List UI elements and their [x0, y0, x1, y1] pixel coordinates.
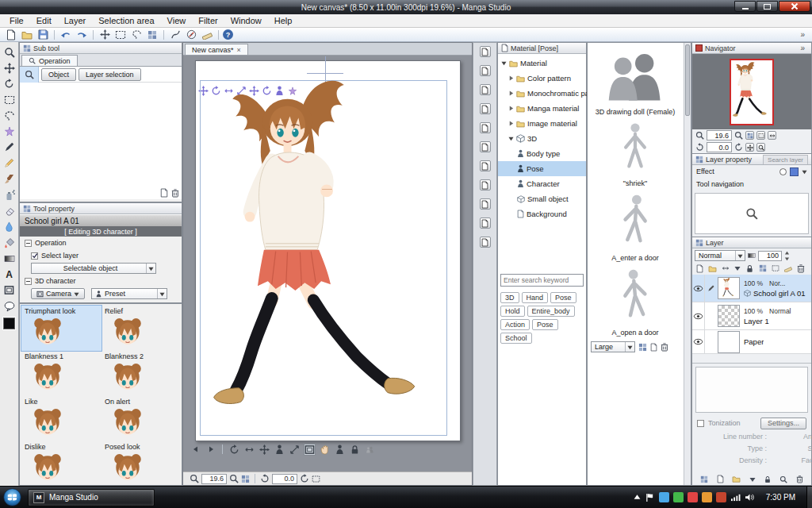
deselect-icon[interactable] [129, 29, 144, 40]
sub-tool-selected-item[interactable] [20, 67, 39, 83]
lock-icon[interactable] [764, 475, 772, 483]
rotate-tool-icon[interactable] [2, 76, 17, 91]
docked-palette-icon[interactable] [480, 122, 491, 133]
nav-actual-size-button[interactable] [756, 131, 765, 140]
layer-selection-button[interactable]: Layer selection [79, 68, 141, 81]
hand-tool-icon[interactable] [319, 444, 331, 456]
opacity-down-icon[interactable] [784, 256, 790, 261]
maximize-button[interactable] [756, 1, 778, 12]
panel-overflow-chevron[interactable]: » [800, 44, 808, 52]
frame-border-tool-icon[interactable] [2, 283, 17, 298]
thumbnail-view-icon[interactable] [638, 343, 647, 352]
lock-pose-icon[interactable] [349, 444, 361, 456]
tag-school[interactable]: School [500, 333, 532, 344]
lock-layer-icon[interactable] [745, 264, 754, 273]
foreground-color-swatch[interactable] [3, 318, 15, 329]
new-folder-icon[interactable] [732, 475, 741, 483]
menu-view[interactable]: View [161, 16, 193, 25]
open-file-icon[interactable] [20, 29, 34, 40]
new-canvas-icon[interactable] [4, 29, 18, 40]
new-layer-icon[interactable] [696, 264, 703, 273]
blend-tool-icon[interactable] [2, 219, 17, 234]
nav-zoom-value[interactable]: 19.6 [707, 130, 732, 140]
pencil-tool-icon[interactable] [2, 156, 17, 171]
menu-layer[interactable]: Layer [58, 16, 93, 25]
rotate-ccw-icon[interactable] [260, 474, 270, 483]
add-material-icon[interactable] [650, 343, 657, 352]
minimize-button[interactable] [734, 1, 756, 12]
layer-opacity-value[interactable]: 100 [758, 251, 782, 261]
docked-palette-icon[interactable] [480, 237, 491, 248]
mask-layer-icon[interactable] [772, 264, 779, 272]
blend-mode-dropdown[interactable]: Normal [695, 250, 745, 261]
layer-visibility-toggle[interactable] [692, 302, 705, 329]
tray-app-icon[interactable] [688, 492, 698, 502]
frame-mode-icon[interactable] [304, 444, 316, 456]
grid-icon[interactable] [145, 29, 159, 40]
selection-tool-icon[interactable] [2, 92, 17, 107]
tab-operation[interactable]: Operation [21, 55, 78, 66]
canvas-viewport[interactable] [183, 56, 472, 473]
nav-rotate-cw-icon[interactable] [734, 143, 743, 152]
opacity-up-icon[interactable] [784, 251, 790, 256]
rotate-view-icon[interactable] [228, 444, 240, 456]
tree-item-manga-material[interactable]: Manga material [498, 101, 586, 116]
pen-tool-icon[interactable] [2, 140, 17, 155]
tag-pose-2[interactable]: Pose [532, 319, 558, 330]
nav-zoom-in-icon[interactable] [734, 131, 743, 140]
close-button[interactable] [779, 1, 810, 12]
tree-item-pose[interactable]: Pose [498, 161, 586, 176]
balloon-tool-icon[interactable] [2, 298, 17, 314]
effect-color-icon[interactable] [790, 167, 799, 176]
tree-item-3d[interactable]: 3D [498, 131, 586, 146]
nav-reset-zoom-button[interactable] [756, 143, 765, 152]
navigator-view-frame[interactable] [730, 59, 774, 125]
curve-snap-icon[interactable] [168, 29, 182, 40]
toolbar-overflow-chevron[interactable]: » [800, 30, 808, 39]
chevron-down-icon[interactable] [802, 169, 807, 175]
tree-item-monochromatic-pattern[interactable]: Monochromatic patt [498, 86, 586, 101]
layer-visibility-toggle[interactable] [692, 275, 705, 302]
network-icon[interactable] [730, 492, 741, 502]
pose-model-icon[interactable] [274, 444, 285, 456]
help-icon[interactable]: ? [223, 29, 233, 40]
reset-rotation-icon[interactable] [312, 475, 320, 483]
material-search-input[interactable] [500, 274, 584, 287]
fill-tool-icon[interactable] [2, 235, 17, 250]
snap-icon[interactable] [98, 29, 112, 40]
tag-entire-body[interactable]: Entire_body [527, 306, 575, 317]
nav-flip-button[interactable] [768, 131, 776, 140]
zoom-out-icon[interactable] [190, 474, 199, 483]
expression-item[interactable]: Relief [102, 306, 182, 351]
volume-icon[interactable] [745, 492, 755, 502]
tree-item-small-object[interactable]: Small object [498, 191, 586, 206]
docked-palette-icon[interactable] [480, 217, 491, 229]
school-girl-3d-character[interactable] [208, 79, 446, 440]
merge-layer-icon[interactable] [734, 265, 741, 271]
tag-3d[interactable]: 3D [500, 292, 519, 303]
camera-button[interactable]: Camera [31, 288, 85, 299]
expression-item[interactable]: Posed look [102, 441, 182, 486]
expression-item[interactable]: Like [21, 396, 102, 441]
move-view-icon[interactable] [259, 444, 270, 456]
lock-transparent-icon[interactable] [759, 264, 767, 272]
docked-palette-icon[interactable] [480, 84, 491, 95]
titlebar[interactable]: New canvas* (8.50 x 11.00in 300dpi 19.6%… [0, 0, 812, 14]
tray-app-icon[interactable] [673, 492, 684, 502]
select-layer-checkbox[interactable] [31, 252, 38, 260]
material-item-enter-door[interactable]: A_enter a door [588, 187, 683, 262]
outfit-icon[interactable] [364, 444, 376, 456]
save-icon[interactable] [36, 29, 50, 40]
menu-window[interactable]: Window [224, 16, 268, 25]
gradient-tool-icon[interactable] [2, 251, 17, 266]
selectable-object-dropdown[interactable]: Selectable object [31, 263, 156, 274]
canvas-tab[interactable]: New canvas* × [185, 44, 248, 55]
tree-item-image-material[interactable]: Image material [498, 116, 586, 131]
layer-row-layer1[interactable]: 100 % Normal Layer 1 [692, 302, 811, 330]
docked-palette-icon[interactable] [480, 160, 491, 171]
docked-palette-icon[interactable] [480, 46, 491, 57]
tab-search-layer[interactable]: Search layer [763, 155, 808, 164]
show-hidden-icons-chevron[interactable] [634, 494, 641, 501]
ruler-layer-icon[interactable] [784, 264, 792, 272]
taskbar-clock[interactable]: 7:30 PM [766, 493, 795, 502]
